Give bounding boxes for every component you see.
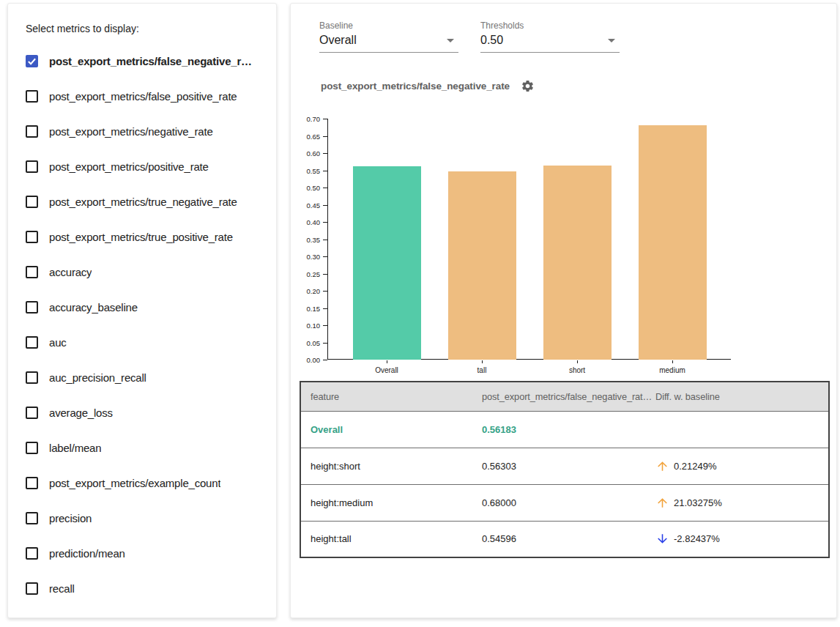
diff-baseline-cell: -2.82437% [655, 521, 829, 557]
checkbox-checked[interactable] [26, 55, 38, 67]
metric-checkbox-item[interactable]: post_export_metrics/positive_rate [26, 149, 259, 184]
metric-checkbox-item[interactable]: post_export_metrics/false_positive_rate [26, 78, 259, 114]
metric-label: post_export_metrics/false_positive_rate [49, 90, 237, 103]
metric-list: post_export_metrics/false_negative_r…pos… [26, 43, 259, 606]
checkbox-unchecked[interactable] [26, 125, 38, 138]
metric-value-cell: 0.56183 [482, 411, 655, 448]
table-row: height:medium0.6800021.03275% [300, 484, 829, 521]
metric-checkbox-item[interactable]: accuracy_baseline [26, 289, 259, 324]
diff-baseline-cell [655, 411, 829, 448]
metric-checkbox-item[interactable]: post_export_metrics/true_negative_rate [26, 184, 259, 219]
metric-label: post_export_metrics/positive_rate [49, 160, 209, 173]
bar-short[interactable] [543, 166, 612, 360]
y-axis-tick-mark [323, 325, 327, 326]
checkbox-unchecked[interactable] [26, 407, 38, 419]
metric-label: post_export_metrics/true_negative_rate [49, 196, 237, 208]
diff-indicator: -2.82437% [655, 532, 828, 546]
arrow-down-icon [655, 532, 669, 546]
gear-icon[interactable] [521, 79, 535, 93]
y-axis-tick-mark [323, 188, 327, 188]
checkbox-unchecked[interactable] [26, 266, 38, 278]
metrics-table: feature post_export_metrics/false_negati… [300, 381, 830, 558]
y-axis-tick-label: 0.30 [291, 253, 320, 261]
x-axis-tick-mark [672, 360, 673, 363]
metric-value-cell: 0.54596 [482, 521, 655, 557]
x-axis-label: medium [636, 366, 709, 374]
metric-checkbox-item[interactable]: average_loss [26, 395, 259, 430]
metric-checkbox-item[interactable]: prediction/mean [26, 535, 259, 571]
metric-checkbox-item[interactable]: post_export_metrics/true_positive_rate [26, 219, 259, 254]
y-axis-tick-label: 0.00 [291, 356, 320, 364]
checkbox-unchecked[interactable] [26, 442, 38, 454]
checkbox-unchecked[interactable] [26, 582, 38, 595]
metric-label: label/mean [49, 442, 101, 454]
checkbox-unchecked[interactable] [26, 547, 38, 560]
diff-value: 21.03275% [674, 497, 722, 508]
metrics-panel: Baseline Overall Thresholds 0.50 post_ex… [290, 3, 837, 618]
checkmark-icon [27, 56, 37, 66]
x-axis-tick-mark [387, 360, 387, 363]
diff-value: 0.21249% [674, 461, 717, 472]
thresholds-select-value: 0.50 [480, 34, 503, 47]
bar-Overall[interactable] [353, 166, 421, 360]
metric-checkbox-item[interactable]: auc [26, 324, 259, 360]
chart-header: post_export_metrics/false_negative_rate [321, 79, 535, 93]
chevron-down-icon [608, 39, 615, 42]
metric-checkbox-item[interactable]: post_export_metrics/false_negative_r… [26, 43, 259, 78]
metric-label: post_export_metrics/true_positive_rate [49, 231, 233, 243]
metric-checkbox-item[interactable]: post_export_metrics/example_count [26, 465, 259, 500]
y-axis-tick-mark [323, 153, 327, 154]
metric-label: accuracy [49, 266, 92, 278]
chart-title: post_export_metrics/false_negative_rate [321, 81, 510, 92]
metric-checkbox-item[interactable]: accuracy [26, 254, 259, 289]
metric-checkbox-item[interactable]: auc_precision_recall [26, 360, 259, 395]
checkbox-unchecked[interactable] [26, 371, 38, 384]
y-axis-tick-label: 0.40 [291, 218, 320, 226]
y-axis-tick-label: 0.60 [291, 149, 320, 157]
metric-checkbox-item[interactable]: post_export_metrics/negative_rate [26, 114, 259, 149]
bar-medium[interactable] [639, 125, 707, 360]
y-axis-tick-mark [323, 205, 327, 206]
checkbox-unchecked[interactable] [26, 301, 38, 314]
diff-baseline-cell: 21.03275% [655, 484, 829, 521]
y-axis-tick-label: 0.10 [291, 322, 320, 330]
baseline-select[interactable]: Baseline Overall [319, 21, 458, 53]
checkbox-unchecked[interactable] [26, 90, 38, 103]
metric-label: auc_precision_recall [49, 371, 146, 384]
y-axis-tick-label: 0.45 [291, 201, 320, 209]
chevron-down-icon [447, 39, 454, 42]
sidebar-title: Select metrics to display: [26, 21, 259, 36]
diff-baseline-cell: 0.21249% [655, 448, 829, 484]
y-axis-tick-label: 0.20 [291, 287, 320, 295]
feature-cell: height:short [300, 448, 482, 484]
x-axis-label: Overall [350, 366, 423, 374]
metric-checkbox-item[interactable]: recall [26, 571, 259, 606]
metric-label: post_export_metrics/example_count [49, 477, 220, 489]
checkbox-unchecked[interactable] [26, 512, 38, 524]
checkbox-unchecked[interactable] [26, 231, 38, 243]
x-axis-tick-mark [482, 360, 483, 363]
thresholds-select[interactable]: Thresholds 0.50 [480, 21, 620, 53]
arrow-up-icon [655, 496, 669, 510]
checkbox-unchecked[interactable] [26, 336, 38, 349]
y-axis-tick-label: 0.70 [291, 115, 320, 123]
metric-checkbox-item[interactable]: label/mean [26, 430, 259, 465]
metric-checkbox-item[interactable]: precision [26, 500, 259, 535]
x-axis-label: tall [445, 366, 519, 374]
column-header-metric-value: post_export_metrics/false_negative_rat… [482, 382, 655, 411]
y-axis-tick-mark [323, 222, 327, 223]
metric-label: accuracy_baseline [49, 301, 138, 314]
diff-value: -2.82437% [674, 533, 720, 544]
y-axis-tick-mark [323, 240, 327, 240]
checkbox-unchecked[interactable] [26, 477, 38, 489]
y-axis-tick-label: 0.50 [291, 184, 320, 192]
checkbox-unchecked[interactable] [26, 160, 38, 173]
metric-label: auc [49, 336, 67, 349]
metric-label: prediction/mean [49, 547, 125, 560]
thresholds-select-label: Thresholds [480, 21, 620, 31]
bar-tall[interactable] [448, 171, 516, 360]
y-axis-tick-label: 0.05 [291, 339, 320, 347]
checkbox-unchecked[interactable] [26, 196, 38, 208]
metric-label: post_export_metrics/false_negative_r… [49, 55, 252, 67]
diff-indicator: 0.21249% [655, 459, 828, 473]
